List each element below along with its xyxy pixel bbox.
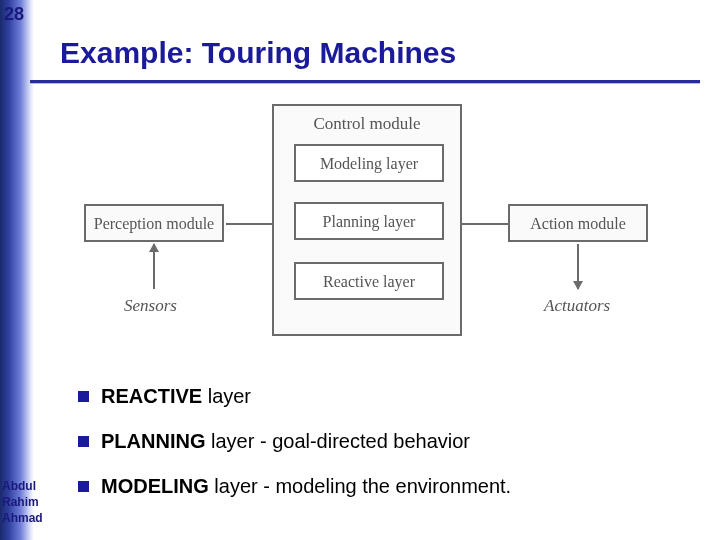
sidebar-gradient	[0, 0, 34, 540]
sensors-arrow	[153, 244, 155, 289]
planning-layer-box: Planning layer	[294, 202, 444, 240]
bullet-item: MODELING layer - modeling the environmen…	[78, 475, 678, 498]
actuators-arrow	[577, 244, 579, 289]
connector-left	[226, 223, 272, 225]
action-module-box: Action module	[508, 204, 648, 242]
modeling-layer-box: Modeling layer	[294, 144, 444, 182]
bullet-list: REACTIVE layer PLANNING layer - goal-dir…	[78, 385, 678, 520]
perception-module-box: Perception module	[84, 204, 224, 242]
bullet-item: PLANNING layer - goal-directed behavior	[78, 430, 678, 453]
bullet-marker-icon	[78, 391, 89, 402]
bullet-text: MODELING layer - modeling the environmen…	[101, 475, 511, 498]
control-module-box: Control module Modeling layer Planning l…	[272, 104, 462, 336]
bullet-marker-icon	[78, 481, 89, 492]
bullet-text: REACTIVE layer	[101, 385, 251, 408]
control-module-label: Control module	[274, 114, 460, 134]
actuators-label: Actuators	[544, 296, 610, 316]
connector-right	[462, 223, 508, 225]
sensors-label: Sensors	[124, 296, 177, 316]
reactive-layer-box: Reactive layer	[294, 262, 444, 300]
bullet-item: REACTIVE layer	[78, 385, 678, 408]
bullet-text: PLANNING layer - goal-directed behavior	[101, 430, 470, 453]
bullet-marker-icon	[78, 436, 89, 447]
architecture-diagram: Perception module Control module Modelin…	[60, 100, 670, 360]
slide-title: Example: Touring Machines	[60, 36, 456, 70]
author-name: Abdul Rahim Ahmad	[2, 478, 50, 527]
page-number: 28	[4, 4, 24, 25]
title-underline	[30, 80, 700, 83]
